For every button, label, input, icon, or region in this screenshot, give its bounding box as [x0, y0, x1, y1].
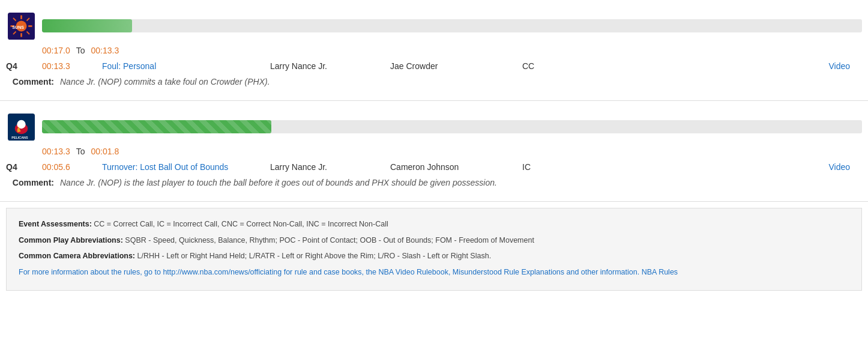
event-video-1[interactable]: Video	[570, 61, 862, 71]
video-link-1[interactable]: Video	[828, 61, 850, 71]
pelicans-logo: PELICANS	[6, 112, 36, 142]
footer-play-abbr-text: SQBR - Speed, Quickness, Balance, Rhythm…	[125, 236, 534, 244]
progress-bar-container-suns	[42, 19, 862, 32]
time-to-1: 00:13.3	[91, 46, 119, 55]
comment-label-1: Comment:	[6, 77, 54, 86]
suns-logo: SUNS	[6, 11, 36, 41]
event-quarter-1: Q4	[6, 61, 42, 71]
comment-row-2: Comment: Nance Jr. (NOP) is the last pla…	[0, 175, 868, 192]
event-player2-2: Cameron Johnson	[390, 162, 522, 172]
time-from-2: 00:13.3	[42, 147, 70, 156]
footer-assessments-text: CC = Correct Call, IC = Incorrect Call, …	[94, 220, 388, 228]
comment-text-2: Nance Jr. (NOP) is the last player to to…	[60, 178, 497, 187]
footer-camera-abbr-text: L/RHH - Left or Right Hand Held; L/RATR …	[137, 252, 492, 260]
comment-row-1: Comment: Nance Jr. (NOP) commits a take …	[0, 74, 868, 91]
time-row-2: 00:13.3 To 00:01.8	[0, 144, 868, 159]
svg-text:PELICANS: PELICANS	[11, 136, 28, 139]
svg-text:SUNS: SUNS	[12, 25, 24, 30]
video-link-2[interactable]: Video	[828, 162, 850, 172]
event-video-2[interactable]: Video	[570, 162, 862, 172]
section-1: SUNS 00:17.0 To 00:13.3 Q4 00:13.3 Foul:…	[0, 0, 868, 101]
footer-camera-abbr-label: Common Camera Abbreviations:	[19, 252, 135, 260]
section-2: PELICANS 00:13.3 To 00:01.8 Q4 00:05.6 T…	[0, 101, 868, 202]
event-player1-1: Larry Nance Jr.	[270, 61, 390, 71]
footer-line-1: Event Assessments: CC = Correct Call, IC…	[19, 217, 849, 231]
nba-rules-link[interactable]: NBA Rules	[642, 268, 678, 276]
footer-play-abbr-label: Common Play Abbreviations:	[19, 236, 123, 244]
footer-line-3: Common Camera Abbreviations: L/RHH - Lef…	[19, 249, 849, 263]
progress-bar-suns	[42, 19, 132, 32]
event-call-1: CC	[522, 61, 570, 71]
footer-line-4: For more information about the rules, go…	[19, 266, 849, 279]
event-row-2: Q4 00:05.6 Turnover: Lost Ball Out of Bo…	[0, 159, 868, 175]
event-type-2: Turnover: Lost Ball Out of Bounds	[102, 162, 270, 172]
team-row-suns: SUNS	[0, 6, 868, 43]
event-quarter-2: Q4	[6, 162, 42, 172]
footer-assessments-label: Event Assessments:	[19, 220, 92, 228]
time-from-1: 00:17.0	[42, 46, 70, 55]
event-player1-2: Larry Nance Jr.	[270, 162, 390, 172]
footer-section: Event Assessments: CC = Correct Call, IC…	[6, 208, 862, 291]
event-call-2: IC	[522, 162, 570, 172]
event-player2-1: Jae Crowder	[390, 61, 522, 71]
time-to-2: 00:01.8	[91, 147, 119, 156]
progress-bar-container-pelicans	[42, 120, 862, 133]
team-row-pelicans: PELICANS	[0, 107, 868, 144]
to-label-1: To	[76, 46, 85, 55]
comment-text-1: Nance Jr. (NOP) commits a take foul on C…	[60, 77, 270, 86]
progress-bar-pelicans	[42, 120, 271, 133]
time-row-1: 00:17.0 To 00:13.3	[0, 43, 868, 58]
event-time-1: 00:13.3	[42, 61, 102, 71]
event-type-1: Foul: Personal	[102, 61, 270, 71]
to-label-2: To	[76, 147, 85, 156]
comment-label-2: Comment:	[6, 178, 54, 187]
footer-more-info-text: For more information about the rules, go…	[19, 268, 639, 276]
event-time-2: 00:05.6	[42, 162, 102, 172]
footer-line-2: Common Play Abbreviations: SQBR - Speed,…	[19, 234, 849, 247]
event-row-1: Q4 00:13.3 Foul: Personal Larry Nance Jr…	[0, 58, 868, 74]
